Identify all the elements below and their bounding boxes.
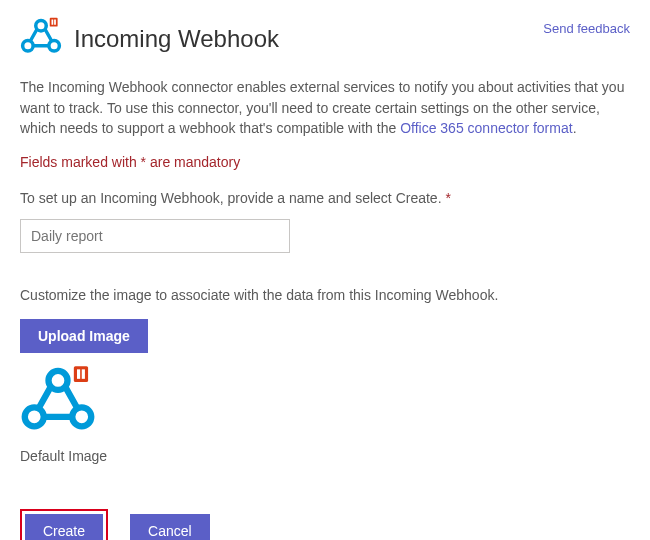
- required-mark: *: [445, 190, 450, 206]
- customize-image-text: Customize the image to associate with th…: [20, 285, 630, 305]
- webhook-name-input[interactable]: [20, 219, 290, 253]
- svg-rect-4: [52, 20, 54, 25]
- cancel-button[interactable]: Cancel: [130, 514, 210, 540]
- webhook-icon: [20, 16, 62, 63]
- svg-point-7: [25, 407, 44, 426]
- create-button-highlight: Create: [20, 509, 108, 540]
- svg-point-2: [49, 41, 60, 52]
- footer-actions: Create Cancel: [20, 509, 630, 540]
- svg-point-0: [36, 20, 47, 31]
- default-image-label: Default Image: [20, 446, 630, 466]
- connector-description: The Incoming Webhook connector enables e…: [20, 77, 630, 138]
- description-text-after: .: [573, 120, 577, 136]
- upload-image-button[interactable]: Upload Image: [20, 319, 148, 353]
- mandatory-fields-note: Fields marked with * are mandatory: [20, 152, 630, 172]
- connector-format-link[interactable]: Office 365 connector format: [400, 120, 573, 136]
- default-image-block: Default Image: [20, 363, 630, 467]
- setup-label-text: To set up an Incoming Webhook, provide a…: [20, 190, 445, 206]
- svg-point-8: [72, 407, 91, 426]
- create-button[interactable]: Create: [25, 514, 103, 540]
- setup-name-label: To set up an Incoming Webhook, provide a…: [20, 188, 630, 208]
- svg-point-6: [49, 371, 68, 390]
- svg-rect-5: [54, 20, 56, 25]
- svg-rect-11: [82, 369, 85, 379]
- header-left: Incoming Webhook: [20, 16, 279, 63]
- svg-rect-3: [50, 18, 58, 27]
- page-title: Incoming Webhook: [74, 22, 279, 57]
- default-image-preview: [20, 363, 630, 444]
- send-feedback-link[interactable]: Send feedback: [543, 20, 630, 39]
- header: Incoming Webhook Send feedback: [20, 16, 630, 63]
- svg-rect-10: [77, 369, 80, 379]
- svg-point-1: [23, 41, 34, 52]
- svg-rect-9: [74, 366, 88, 382]
